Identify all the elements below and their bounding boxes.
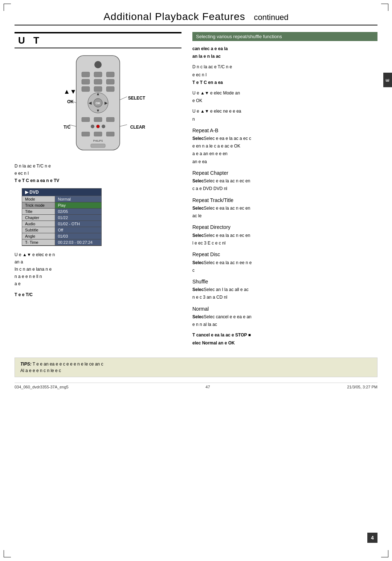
corner-tr bbox=[381, 4, 388, 11]
repeat-track-section: Repeat Track/Title SelecSelec e ea la ac… bbox=[192, 196, 377, 220]
repeat-track-title: Repeat Track/Title bbox=[192, 196, 377, 204]
footer-center: 47 bbox=[205, 385, 210, 389]
repeat-disc-title: Repeat Disc bbox=[192, 250, 377, 258]
svg-line-30 bbox=[69, 100, 76, 103]
tips-label: TIPS: bbox=[20, 362, 32, 367]
svg-rect-3 bbox=[94, 72, 102, 77]
svg-text:▲: ▲ bbox=[96, 92, 100, 96]
svg-rect-20 bbox=[106, 117, 114, 122]
section-tab: E bbox=[383, 73, 392, 87]
left-text-block-3: T e e T/C bbox=[15, 291, 181, 298]
svg-rect-27 bbox=[106, 132, 114, 136]
osd-header: ▶ DVD bbox=[22, 189, 101, 196]
shuffle-title: Shuffle bbox=[192, 278, 377, 286]
svg-rect-19 bbox=[94, 117, 102, 122]
page-wrapper: E Additional Playback Features continued… bbox=[0, 0, 392, 561]
corner-br bbox=[381, 550, 388, 557]
svg-point-21 bbox=[91, 125, 94, 128]
svg-rect-25 bbox=[82, 132, 90, 136]
table-row: T- Time 00:22:03 - 00:27:24 bbox=[22, 239, 101, 246]
right-block-2: U e ▲▼ e elec Mode an e OK bbox=[192, 90, 377, 104]
page-number-badge: 4 bbox=[367, 533, 377, 543]
section-title: U T bbox=[18, 35, 42, 46]
svg-rect-7 bbox=[106, 79, 114, 84]
svg-text:▶: ▶ bbox=[105, 101, 108, 105]
osd-display: ▶ DVD Mode Normal Trick mode Play Title … bbox=[22, 188, 102, 246]
svg-text:PHILIPS: PHILIPS bbox=[93, 140, 103, 142]
right-block-1: D n c la ac e T/C n e e ec n I T e T C e… bbox=[192, 64, 377, 86]
repeat-dir-title: Repeat Directory bbox=[192, 223, 377, 231]
page-footer: 034_060_dvdr3355-37A_eng5 47 21/3/05, 3:… bbox=[15, 383, 377, 389]
svg-rect-6 bbox=[94, 79, 102, 84]
repeat-chapter-section: Repeat Chapter SelecSelec e ea la ac n e… bbox=[192, 169, 377, 193]
right-column: Selecting various repeat/shuffle functio… bbox=[192, 32, 377, 350]
main-content: U T ▲▼◀▶ OK T/C SELECT CLEAR bbox=[15, 32, 377, 350]
right-intro: can elec a e ea la an la e n la ac bbox=[192, 45, 377, 60]
corner-bl bbox=[4, 550, 11, 557]
svg-rect-5 bbox=[82, 79, 90, 84]
tips-section: TIPS: T e e an ea e e c e e e n e le ce … bbox=[15, 358, 377, 377]
svg-line-33 bbox=[120, 125, 127, 126]
normal-section: Normal SelecSelec cancel e e ea e an e n… bbox=[192, 305, 377, 328]
right-block-3: U e ▲▼ e elec ne e e ea n bbox=[192, 108, 377, 122]
page-title: Additional Playback Features continued bbox=[15, 11, 377, 23]
svg-point-1 bbox=[94, 61, 102, 68]
svg-rect-8 bbox=[82, 86, 90, 92]
table-row: Trick mode Play bbox=[22, 202, 101, 209]
svg-rect-2 bbox=[82, 72, 90, 77]
right-section-header: Selecting various repeat/shuffle functio… bbox=[192, 32, 377, 41]
svg-line-31 bbox=[69, 125, 76, 126]
right-footer-text: T cancel e ea la ac e STOP ■ elec Normal… bbox=[192, 332, 377, 346]
svg-point-23 bbox=[102, 125, 105, 128]
left-column: U T ▲▼◀▶ OK T/C SELECT CLEAR bbox=[15, 32, 181, 350]
left-text-block-2: U e ▲▼ e elec e e n an a In c n an e lan… bbox=[15, 251, 181, 287]
remote-svg: OK ▲ ▼ ◀ ▶ bbox=[65, 54, 131, 156]
footer-left: 034_060_dvdr3355-37A_eng5 bbox=[15, 385, 69, 389]
table-row: Angle 01/03 bbox=[22, 233, 101, 239]
osd-header-text: ▶ DVD bbox=[25, 190, 39, 195]
svg-rect-29 bbox=[91, 144, 105, 148]
table-row: Mode Normal bbox=[22, 196, 101, 202]
header-line bbox=[15, 25, 377, 25]
svg-text:OK: OK bbox=[95, 101, 101, 105]
corner-tl bbox=[4, 4, 11, 11]
svg-point-24 bbox=[97, 125, 99, 128]
remote-diagram: ▲▼◀▶ OK T/C SELECT CLEAR bbox=[44, 54, 152, 159]
clear-label: CLEAR bbox=[130, 125, 145, 130]
shuffle-section: Shuffle SelecSelec an I la ac all e ac n… bbox=[192, 278, 377, 301]
repeat-ab-title: Repeat A-B bbox=[192, 126, 377, 134]
svg-rect-9 bbox=[94, 86, 102, 92]
repeat-chapter-title: Repeat Chapter bbox=[192, 169, 377, 177]
table-row: Chapter 01/22 bbox=[22, 215, 101, 221]
svg-rect-26 bbox=[94, 132, 102, 136]
svg-rect-18 bbox=[82, 117, 90, 122]
svg-rect-10 bbox=[106, 86, 114, 92]
table-row: Audio 01/02 - OTH bbox=[22, 221, 101, 227]
svg-text:◀: ◀ bbox=[89, 101, 92, 105]
table-row: Subtitle Off bbox=[22, 227, 101, 233]
svg-text:▼: ▼ bbox=[96, 108, 100, 113]
repeat-disc-section: Repeat Disc SelecSelec e ea la ac n ee n… bbox=[192, 250, 377, 274]
repeat-ab-section: Repeat A-B SelecSelec e ea e la ac a ec … bbox=[192, 126, 377, 165]
svg-rect-4 bbox=[106, 72, 114, 77]
page-header: Additional Playback Features continued bbox=[15, 11, 377, 25]
normal-title: Normal bbox=[192, 305, 377, 313]
left-text-block-1: D n la ac e T/C n e e ec n I T e T C en … bbox=[15, 163, 181, 184]
svg-line-32 bbox=[120, 97, 127, 100]
repeat-dir-section: Repeat Directory SelecSelec e ea la ac n… bbox=[192, 223, 377, 247]
osd-table: Mode Normal Trick mode Play Title 02/05 … bbox=[22, 196, 101, 246]
section-title-box: U T bbox=[15, 32, 181, 48]
footer-right: 21/3/05, 3:27 PM bbox=[347, 385, 377, 389]
table-row: Title 02/05 bbox=[22, 209, 101, 215]
